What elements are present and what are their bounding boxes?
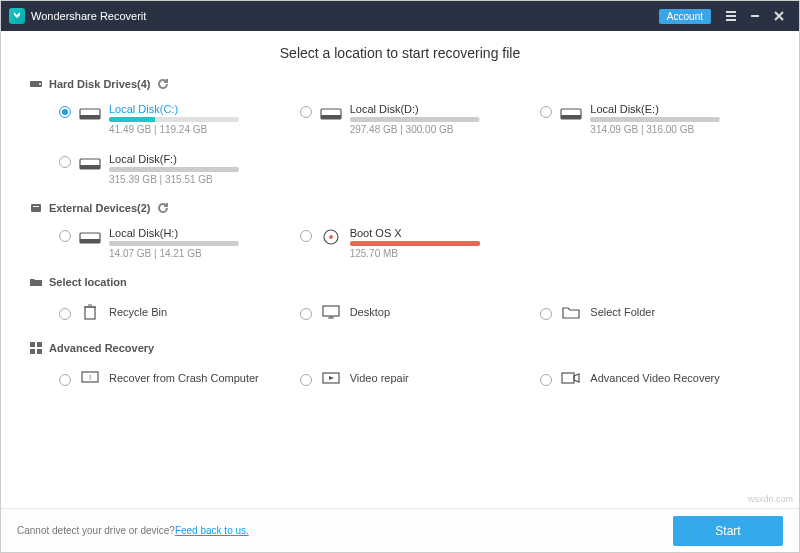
drive-icon [79, 104, 101, 122]
location-desktop[interactable]: Desktop [300, 297, 531, 327]
folder-icon [29, 275, 43, 289]
svg-rect-5 [321, 115, 341, 119]
advanced-video-repair[interactable]: Video repair [300, 363, 531, 393]
advanced-crash-computer[interactable]: ! Recover from Crash Computer [59, 363, 290, 393]
drive-label: Local Disk(F:) [109, 153, 239, 165]
svg-point-1 [39, 83, 41, 85]
video-icon [320, 369, 342, 387]
svg-rect-21 [37, 349, 42, 354]
radio-icon[interactable] [540, 106, 552, 118]
svg-text:!: ! [89, 373, 91, 382]
radio-icon[interactable] [300, 374, 312, 386]
advanced-label: Recover from Crash Computer [109, 372, 259, 384]
section-label: Select location [49, 276, 127, 288]
advanced-label: Advanced Video Recovery [590, 372, 719, 384]
drive-local-f[interactable]: Local Disk(F:) 315.39 GB | 315.51 GB [59, 149, 290, 189]
usage-bar [590, 117, 720, 122]
location-select-folder[interactable]: Select Folder [540, 297, 771, 327]
start-button[interactable]: Start [673, 516, 783, 546]
radio-icon[interactable] [300, 230, 312, 242]
usage-bar [109, 241, 239, 246]
location-label: Select Folder [590, 306, 655, 318]
footer: Cannot detect your drive or device? Feed… [1, 508, 799, 552]
section-advanced-recovery: Advanced Recovery [29, 341, 771, 355]
drive-size: 125.70 MB [350, 248, 480, 259]
section-label: External Devices(2) [49, 202, 151, 214]
radio-icon[interactable] [59, 308, 71, 320]
svg-rect-20 [30, 349, 35, 354]
drive-label: Local Disk(E:) [590, 103, 720, 115]
usage-bar [350, 117, 480, 122]
minimize-icon[interactable] [743, 1, 767, 31]
svg-rect-13 [80, 239, 100, 243]
usage-bar [109, 117, 239, 122]
drive-size: 41.49 GB | 119.24 GB [109, 124, 239, 135]
drive-icon [79, 228, 101, 246]
svg-rect-19 [37, 342, 42, 347]
radio-icon[interactable] [59, 230, 71, 242]
recycle-bin-icon [79, 303, 101, 321]
svg-point-15 [329, 235, 333, 239]
drive-size: 14.07 GB | 14.21 GB [109, 248, 239, 259]
app-title: Wondershare Recoverit [31, 10, 146, 22]
grid-icon [29, 341, 43, 355]
folder-open-icon [560, 303, 582, 321]
adv-video-icon [560, 369, 582, 387]
radio-icon[interactable] [59, 156, 71, 168]
external-icon [29, 201, 43, 215]
refresh-icon[interactable] [157, 202, 169, 214]
svg-rect-10 [31, 204, 41, 212]
hdd-icon [29, 77, 43, 91]
drive-size: 297.48 GB | 300.00 GB [350, 124, 480, 135]
refresh-icon[interactable] [157, 78, 169, 90]
radio-icon[interactable] [300, 308, 312, 320]
advanced-label: Video repair [350, 372, 409, 384]
drive-local-e[interactable]: Local Disk(E:) 314.09 GB | 316.00 GB [540, 99, 771, 139]
svg-rect-18 [30, 342, 35, 347]
page-title: Select a location to start recovering fi… [1, 31, 799, 71]
drive-local-h[interactable]: Local Disk(H:) 14.07 GB | 14.21 GB [59, 223, 290, 263]
account-button[interactable]: Account [659, 9, 711, 24]
drive-boot-osx[interactable]: Boot OS X 125.70 MB [300, 223, 531, 263]
svg-rect-9 [80, 165, 100, 169]
radio-icon[interactable] [540, 374, 552, 386]
drive-size: 314.09 GB | 316.00 GB [590, 124, 720, 135]
drive-icon [560, 104, 582, 122]
section-select-location: Select location [29, 275, 771, 289]
menu-icon[interactable] [719, 1, 743, 31]
radio-icon[interactable] [540, 308, 552, 320]
drive-label: Local Disk(D:) [350, 103, 480, 115]
section-label: Advanced Recovery [49, 342, 154, 354]
drive-local-d[interactable]: Local Disk(D:) 297.48 GB | 300.00 GB [300, 99, 531, 139]
watermark: wsxdn.com [748, 494, 793, 504]
advanced-video-recovery[interactable]: Advanced Video Recovery [540, 363, 771, 393]
drive-local-c[interactable]: Local Disk(C:) 41.49 GB | 119.24 GB [59, 99, 290, 139]
section-external-devices: External Devices(2) [29, 201, 771, 215]
cd-icon [320, 228, 342, 246]
drive-icon [79, 154, 101, 172]
usage-bar [350, 241, 480, 246]
svg-rect-3 [80, 115, 100, 119]
svg-rect-11 [33, 206, 39, 207]
radio-icon[interactable] [59, 374, 71, 386]
location-recycle-bin[interactable]: Recycle Bin [59, 297, 290, 327]
feedback-link[interactable]: Feed back to us. [175, 525, 249, 536]
section-label: Hard Disk Drives(4) [49, 78, 151, 90]
footer-text: Cannot detect your drive or device? [17, 525, 175, 536]
radio-icon[interactable] [59, 106, 71, 118]
app-logo-icon [9, 8, 25, 24]
svg-rect-25 [562, 373, 574, 383]
crash-icon: ! [79, 369, 101, 387]
drive-label: Boot OS X [350, 227, 480, 239]
titlebar: Wondershare Recoverit Account [1, 1, 799, 31]
drive-icon [320, 104, 342, 122]
drive-size: 315.39 GB | 315.51 GB [109, 174, 239, 185]
location-label: Recycle Bin [109, 306, 167, 318]
drive-label: Local Disk(C:) [109, 103, 239, 115]
usage-bar [109, 167, 239, 172]
svg-rect-17 [323, 306, 339, 316]
svg-rect-7 [561, 115, 581, 119]
drive-label: Local Disk(H:) [109, 227, 239, 239]
close-icon[interactable] [767, 1, 791, 31]
radio-icon[interactable] [300, 106, 312, 118]
